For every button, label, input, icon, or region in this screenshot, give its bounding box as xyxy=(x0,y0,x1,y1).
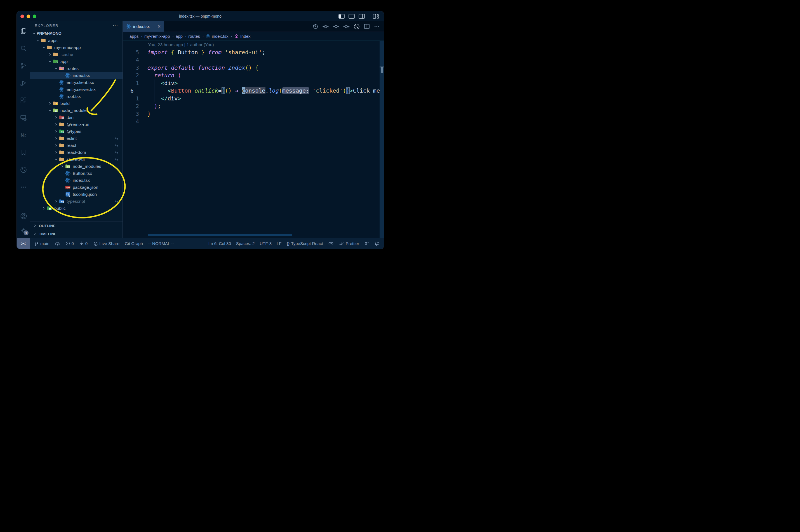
close-tab-icon[interactable]: ✕ xyxy=(157,24,161,29)
editor-group: index.tsx ✕ apps›my-remix-app›app›routes… xyxy=(123,21,384,238)
bookmarks-icon[interactable] xyxy=(17,144,30,161)
code-line[interactable]: 3export default function Index() { xyxy=(123,64,384,72)
source-control-icon[interactable] xyxy=(17,57,30,74)
tree-item-react-dom[interactable]: react-dom xyxy=(30,149,122,156)
tree-item-package.json[interactable]: npmpackage.json xyxy=(30,184,122,191)
status-item-utf-8[interactable]: UTF-8 xyxy=(260,241,272,246)
tree-item-root.tsx[interactable]: root.tsx xyxy=(30,93,122,100)
status-item-cloud-upload[interactable] xyxy=(55,241,60,246)
code-line[interactable]: 4 xyxy=(123,118,384,126)
more-actions-icon[interactable] xyxy=(374,23,380,30)
timeline-history-icon[interactable] xyxy=(312,23,319,30)
code-line[interactable]: 2 return ( xyxy=(123,72,384,79)
code-editor[interactable]: You, 23 hours ago | 1 author (You) 5impo… xyxy=(123,41,384,238)
status-item-feedback[interactable] xyxy=(364,241,369,246)
status-bar: >< main00Live ShareGit Graph-- NORMAL --… xyxy=(17,238,384,249)
tree-item-entry.client.tsx[interactable]: entry.client.tsx xyxy=(30,79,122,86)
code-line[interactable]: 5import { Button } from 'shared-ui'; xyxy=(123,49,384,57)
extensions-icon[interactable] xyxy=(17,92,30,109)
zoom-window-button[interactable] xyxy=(33,15,36,18)
explorer-icon[interactable] xyxy=(17,22,30,40)
tree-item-tsconfig.json[interactable]: TStsconfig.json xyxy=(30,191,122,198)
code-line[interactable]: 1 </div> xyxy=(123,95,384,103)
tree-item-node_modules[interactable]: JSnode_modules xyxy=(30,107,122,114)
close-window-button[interactable] xyxy=(20,15,24,18)
minimize-window-button[interactable] xyxy=(26,15,30,18)
tree-item-public[interactable]: public xyxy=(30,205,122,212)
search-icon[interactable] xyxy=(17,40,30,57)
nx-console-icon[interactable]: N xyxy=(17,127,30,144)
breadcrumb-item-app[interactable]: app xyxy=(176,34,183,39)
code-text: return ( xyxy=(147,72,181,79)
status-item-git-graph[interactable]: Git Graph xyxy=(125,241,143,246)
status-item-prettier[interactable]: Prettier xyxy=(339,241,359,246)
explorer-more-actions-icon[interactable]: ··· xyxy=(113,23,118,28)
tree-item-index.tsx[interactable]: index.tsx xyxy=(30,72,122,79)
folder-public-icon xyxy=(46,205,52,211)
status-item-ln-6-col-30[interactable]: Ln 6, Col 30 xyxy=(208,241,231,246)
tree-item-index.tsx[interactable]: index.tsx xyxy=(30,177,122,184)
tree-item-shared-ui[interactable]: shared-ui xyxy=(30,156,122,163)
status-item-typescript-react[interactable]: {}TypeScript React xyxy=(287,241,323,246)
split-editor-icon[interactable] xyxy=(364,23,370,30)
tree-item-@types[interactable]: TS@types xyxy=(30,128,122,135)
tree-item-Button.tsx[interactable]: Button.tsx xyxy=(30,170,122,177)
gitlens-graph-icon[interactable] xyxy=(353,23,360,30)
workspace-section-header[interactable]: PNPM-MONO xyxy=(30,30,122,37)
status-item-main[interactable]: main xyxy=(34,241,50,246)
tree-item-.bin[interactable]: 0110.bin xyxy=(30,114,122,121)
run-debug-icon[interactable] xyxy=(17,74,30,92)
toggle-panel-icon[interactable] xyxy=(348,14,355,19)
remote-explorer-icon[interactable] xyxy=(17,109,30,127)
next-change-icon[interactable] xyxy=(343,23,350,30)
breadcrumb-item-apps[interactable]: apps xyxy=(130,34,139,39)
breadcrumb-item-index.tsx[interactable]: index.tsx xyxy=(206,34,228,39)
status-item-spaces-2[interactable]: Spaces: 2 xyxy=(236,241,255,246)
toggle-secondary-sidebar-icon[interactable] xyxy=(359,14,365,19)
status-item-bell-dot[interactable] xyxy=(374,241,379,246)
gitlens-icon[interactable] xyxy=(17,161,30,178)
tree-item-typescript[interactable]: TStypescript xyxy=(30,198,122,205)
breadcrumb-item-routes[interactable]: routes xyxy=(188,34,200,39)
code-line[interactable]: 4 xyxy=(123,56,384,64)
account-icon[interactable] xyxy=(17,209,30,223)
tree-item-label: apps xyxy=(48,38,58,43)
file-tree: appsmy-remix-app.cacheapproutesindex.tsx… xyxy=(30,37,122,212)
tree-item-my-remix-app[interactable]: my-remix-app xyxy=(30,44,122,51)
tree-item-react[interactable]: react xyxy=(30,142,122,149)
outline-panel-header[interactable]: OUTLINE xyxy=(30,222,122,230)
customize-layout-icon[interactable] xyxy=(373,14,379,19)
horizontal-scrollbar[interactable] xyxy=(148,234,292,236)
status-item-0[interactable]: 0 xyxy=(65,241,74,246)
tree-item-eslint[interactable]: eslint xyxy=(30,135,122,142)
previous-change-icon[interactable] xyxy=(322,23,329,30)
code-line[interactable]: 1 <div> xyxy=(123,79,384,87)
timeline-panel-header[interactable]: TIMELINE xyxy=(30,230,122,238)
overview-ruler[interactable] xyxy=(380,41,384,238)
breadcrumb-item-Index[interactable]: Index xyxy=(234,34,251,39)
tree-item-.cache[interactable]: .cache xyxy=(30,51,122,58)
tree-item-entry.server.tsx[interactable]: entry.server.tsx xyxy=(30,86,122,93)
status-item-lf[interactable]: LF xyxy=(277,241,282,246)
code-line-current[interactable]: 6 <Button onClick={() ⇒ console.log(mess… xyxy=(123,87,384,95)
tree-item-node_modules[interactable]: JSnode_modules xyxy=(30,163,122,170)
tree-item-apps[interactable]: apps xyxy=(30,37,122,44)
current-change-icon[interactable] xyxy=(332,23,339,30)
status-item-live-share[interactable]: Live Share xyxy=(93,241,119,246)
tree-item-build[interactable]: build xyxy=(30,100,122,107)
toggle-sidebar-icon[interactable] xyxy=(339,14,345,19)
status-item-0[interactable]: 0 xyxy=(79,241,88,246)
code-line[interactable]: 3} xyxy=(123,110,384,118)
status-item-copilot[interactable] xyxy=(328,241,334,246)
tree-item-label: typescript xyxy=(66,199,85,204)
status-item--normal-[interactable]: -- NORMAL -- xyxy=(148,241,174,246)
tree-item-app[interactable]: app xyxy=(30,58,122,65)
tree-item-@remix-run[interactable]: @remix-run xyxy=(30,121,122,128)
more-views-icon[interactable] xyxy=(17,178,30,196)
tree-item-routes[interactable]: routes xyxy=(30,65,122,72)
tab-index-tsx[interactable]: index.tsx ✕ xyxy=(123,21,164,32)
breadcrumb-item-my-remix-app[interactable]: my-remix-app xyxy=(144,34,170,39)
remote-indicator[interactable]: >< xyxy=(17,238,30,249)
code-line[interactable]: 2 ); xyxy=(123,102,384,110)
settings-gear-icon[interactable]: 1 xyxy=(17,223,30,238)
